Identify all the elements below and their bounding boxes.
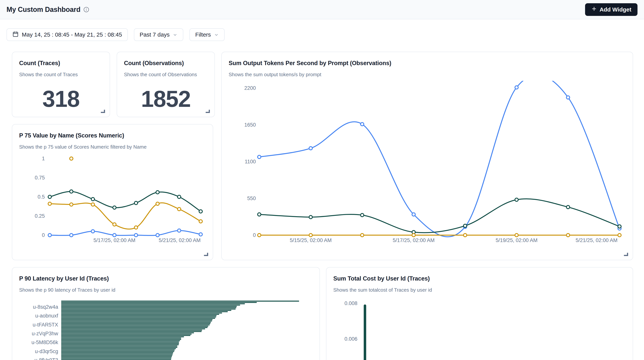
card-subtitle: Shows the count of Traces — [12, 67, 110, 78]
card-title: Sum Output Tokens Per Second by Prompt (… — [222, 52, 633, 67]
card-count-traces: Count (Traces) Shows the count of Traces… — [12, 52, 110, 117]
svg-text:0: 0 — [253, 232, 256, 238]
svg-text:u-d3qr5cg: u-d3qr5cg — [35, 348, 58, 354]
card-subtitle: Shows the p 90 latency of Traces by user… — [12, 282, 320, 293]
svg-text:u-8sq2w4a: u-8sq2w4a — [33, 304, 58, 310]
p90-bar-chart[interactable]: u-8sq2w4au-aobnuxfu-tFAR5TXu-zVqP3hwu-5M… — [12, 296, 320, 360]
add-widget-button[interactable]: Add Widget — [585, 3, 638, 16]
plus-icon — [591, 6, 597, 13]
info-icon[interactable] — [84, 7, 89, 13]
card-tokens-chart: Sum Output Tokens Per Second by Prompt (… — [221, 52, 633, 260]
card-subtitle: Shows the sum output tokens/s by prompt — [222, 67, 633, 78]
svg-text:0.006: 0.006 — [344, 336, 358, 342]
svg-text:u-5M8D56k: u-5M8D56k — [32, 339, 58, 345]
filters-dropdown[interactable]: Filters — [190, 28, 224, 41]
svg-text:1650: 1650 — [244, 122, 256, 128]
card-subtitle: Shows the count of Observations — [117, 67, 214, 78]
svg-text:0.75: 0.75 — [35, 175, 45, 181]
page-header: My Custom Dashboard Add Widget — [0, 0, 644, 19]
card-p75-chart: P 75 Value by Name (Scores Numeric) Show… — [12, 124, 213, 260]
cost-bar-chart[interactable]: 0.0080.006 — [326, 296, 634, 360]
svg-text:0: 0 — [42, 232, 45, 238]
filters-label: Filters — [195, 32, 211, 38]
calendar-icon — [12, 31, 19, 39]
svg-text:5/15/25, 02:00 AM: 5/15/25, 02:00 AM — [290, 237, 332, 243]
date-range-label: May 14, 25 : 08:45 - May 21, 25 : 08:45 — [22, 32, 122, 38]
svg-text:550: 550 — [247, 195, 256, 201]
card-subtitle: Shows the p 75 value of Scores Numeric f… — [12, 139, 213, 150]
resize-handle[interactable] — [206, 110, 210, 113]
svg-text:5/17/25, 02:00 AM: 5/17/25, 02:00 AM — [392, 237, 434, 243]
resize-handle[interactable] — [204, 253, 208, 256]
card-title: P 75 Value by Name (Scores Numeric) — [12, 125, 213, 139]
svg-text:5/17/25, 02:00 AM: 5/17/25, 02:00 AM — [94, 237, 136, 243]
card-title: Count (Traces) — [12, 52, 110, 67]
card-count-observations: Count (Observations) Shows the count of … — [117, 52, 215, 117]
count-traces-value: 318 — [12, 81, 110, 117]
filter-toolbar: May 14, 25 : 08:45 - May 21, 25 : 08:45 … — [6, 28, 224, 41]
dashboard-page: { "header": { "title": "My Custom Dashbo… — [0, 0, 644, 360]
card-title: P 90 Latency by User Id (Traces) — [12, 267, 320, 282]
add-widget-label: Add Widget — [600, 6, 631, 13]
svg-text:u-tFAR5TX: u-tFAR5TX — [32, 322, 58, 328]
svg-text:5/21/25, 02:00 AM: 5/21/25, 02:00 AM — [576, 237, 618, 243]
svg-text:0.5: 0.5 — [38, 194, 45, 200]
chevron-down-icon — [172, 32, 178, 37]
p75-line-chart[interactable]: 00.250.50.7515/17/25, 02:00 AM5/21/25, 0… — [12, 153, 214, 260]
date-preset-dropdown[interactable]: Past 7 days — [134, 28, 184, 41]
date-preset-label: Past 7 days — [140, 32, 170, 38]
svg-text:2200: 2200 — [244, 85, 256, 91]
resize-handle[interactable] — [624, 253, 628, 256]
svg-text:5/19/25, 02:00 AM: 5/19/25, 02:00 AM — [496, 237, 538, 243]
card-title: Count (Observations) — [117, 52, 214, 67]
svg-text:u-8fVa9T3: u-8fVa9T3 — [34, 357, 58, 360]
svg-text:1: 1 — [42, 156, 45, 161]
resize-handle[interactable] — [101, 110, 105, 113]
count-observations-value: 1852 — [117, 81, 214, 117]
card-title: Sum Total Cost by User Id (Traces) — [326, 267, 633, 282]
svg-text:0.008: 0.008 — [344, 300, 358, 306]
svg-text:1100: 1100 — [245, 159, 256, 165]
chevron-down-icon — [214, 32, 219, 37]
tokens-line-chart[interactable]: 05501100165022005/15/25, 02:00 AM5/17/25… — [222, 81, 634, 255]
card-cost-chart: Sum Total Cost by User Id (Traces) Shows… — [326, 267, 633, 360]
svg-text:u-zVqP3hw: u-zVqP3hw — [32, 331, 58, 336]
svg-text:5/21/25, 02:00 AM: 5/21/25, 02:00 AM — [158, 237, 200, 243]
date-range-picker[interactable]: May 14, 25 : 08:45 - May 21, 25 : 08:45 — [6, 28, 128, 41]
svg-text:u-aobnuxf: u-aobnuxf — [35, 313, 58, 319]
card-subtitle: Shows the sum totalcost of Traces by use… — [326, 282, 633, 293]
card-p90-chart: P 90 Latency by User Id (Traces) Shows t… — [12, 267, 320, 360]
page-title: My Custom Dashboard — [6, 6, 80, 14]
svg-text:0.25: 0.25 — [35, 213, 45, 219]
